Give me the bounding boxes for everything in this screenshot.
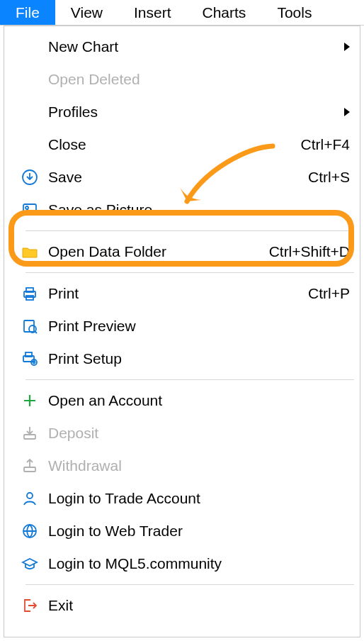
menu-separator bbox=[25, 230, 354, 231]
menu-separator bbox=[25, 379, 354, 380]
menu-label: Login to MQL5.community bbox=[48, 555, 350, 572]
menu-separator bbox=[25, 584, 354, 585]
menu-label: Print Setup bbox=[48, 350, 350, 367]
svg-rect-13 bbox=[24, 467, 35, 472]
menu-item-login-mql5[interactable]: Login to MQL5.community bbox=[4, 547, 360, 580]
svg-rect-5 bbox=[26, 296, 33, 300]
print-icon bbox=[11, 284, 48, 303]
globe-icon bbox=[11, 522, 48, 540]
menu-label: Print Preview bbox=[48, 318, 350, 335]
folder-icon bbox=[11, 243, 48, 261]
exit-icon bbox=[11, 596, 48, 615]
menubar-label: View bbox=[71, 4, 103, 21]
menubar-item-tools[interactable]: Tools bbox=[261, 0, 327, 25]
menu-label: Deposit bbox=[48, 425, 350, 442]
menu-label: Profiles bbox=[48, 104, 344, 121]
menu-item-new-chart[interactable]: New Chart bbox=[4, 30, 360, 63]
menu-label: Open an Account bbox=[48, 392, 350, 409]
menubar-label: Charts bbox=[203, 4, 246, 21]
svg-rect-9 bbox=[25, 352, 32, 357]
menu-label: New Chart bbox=[48, 38, 344, 55]
deposit-icon bbox=[11, 424, 48, 442]
menu-shortcut: Ctrl+P bbox=[308, 285, 350, 302]
menubar-label: Tools bbox=[277, 4, 312, 21]
print-setup-icon bbox=[11, 350, 48, 368]
file-menu-dropdown: New Chart Open Deleted Profiles Close Ct… bbox=[4, 26, 360, 637]
menu-shortcut: Ctrl+F4 bbox=[301, 136, 350, 153]
picture-icon bbox=[11, 201, 48, 219]
svg-rect-12 bbox=[24, 435, 35, 439]
menu-shortcut: Ctrl+Shift+D bbox=[269, 243, 350, 260]
menu-label: Save as Picture bbox=[48, 201, 350, 218]
menubar-item-charts[interactable]: Charts bbox=[187, 0, 262, 25]
menu-label: Close bbox=[48, 136, 301, 153]
menu-item-close[interactable]: Close Ctrl+F4 bbox=[4, 128, 360, 161]
menu-item-profiles[interactable]: Profiles bbox=[4, 96, 360, 128]
menu-item-print-preview[interactable]: Print Preview bbox=[4, 310, 360, 342]
menubar-item-view[interactable]: View bbox=[55, 0, 118, 25]
svg-point-14 bbox=[27, 493, 33, 498]
menu-item-withdrawal: Withdrawal bbox=[4, 450, 360, 482]
submenu-arrow-icon bbox=[344, 43, 350, 51]
menu-item-print[interactable]: Print Ctrl+P bbox=[4, 277, 360, 310]
menu-item-print-setup[interactable]: Print Setup bbox=[4, 342, 360, 375]
menubar-item-insert[interactable]: Insert bbox=[118, 0, 187, 25]
menu-shortcut: Ctrl+S bbox=[308, 169, 350, 186]
submenu-arrow-icon bbox=[344, 108, 350, 116]
menubar-label: File bbox=[16, 4, 40, 21]
menu-label: Login to Trade Account bbox=[48, 490, 350, 507]
menu-item-exit[interactable]: Exit bbox=[4, 589, 360, 622]
menubar-label: Insert bbox=[134, 4, 171, 21]
menu-label: Open Data Folder bbox=[48, 243, 269, 260]
menu-label: Print bbox=[48, 285, 308, 302]
menubar-item-file[interactable]: File bbox=[0, 0, 55, 25]
menu-label: Exit bbox=[48, 597, 350, 614]
print-preview-icon bbox=[11, 317, 48, 335]
menu-item-login-trade-account[interactable]: Login to Trade Account bbox=[4, 482, 360, 515]
menu-label: Save bbox=[48, 169, 308, 186]
menu-item-open-data-folder[interactable]: Open Data Folder Ctrl+Shift+D bbox=[4, 235, 360, 268]
menu-item-open-deleted: Open Deleted bbox=[4, 63, 360, 96]
menu-label: Open Deleted bbox=[48, 71, 350, 88]
menu-item-open-account[interactable]: Open an Account bbox=[4, 384, 360, 417]
svg-point-11 bbox=[33, 362, 35, 364]
menu-item-login-web-trader[interactable]: Login to Web Trader bbox=[4, 515, 360, 547]
svg-point-2 bbox=[25, 206, 28, 209]
withdrawal-icon bbox=[11, 457, 48, 475]
menu-item-save[interactable]: Save Ctrl+S bbox=[4, 161, 360, 194]
menu-label: Withdrawal bbox=[48, 457, 350, 474]
menubar: File View Insert Charts Tools bbox=[0, 0, 364, 26]
user-icon bbox=[11, 489, 48, 508]
svg-rect-4 bbox=[26, 288, 33, 292]
plus-icon bbox=[11, 391, 48, 410]
graduation-cap-icon bbox=[11, 554, 48, 573]
menu-item-deposit: Deposit bbox=[4, 417, 360, 450]
save-icon bbox=[11, 168, 48, 186]
menu-label: Login to Web Trader bbox=[48, 523, 350, 540]
menu-separator bbox=[25, 272, 354, 273]
svg-rect-1 bbox=[23, 204, 36, 215]
menu-item-save-as-picture[interactable]: Save as Picture bbox=[4, 194, 360, 226]
